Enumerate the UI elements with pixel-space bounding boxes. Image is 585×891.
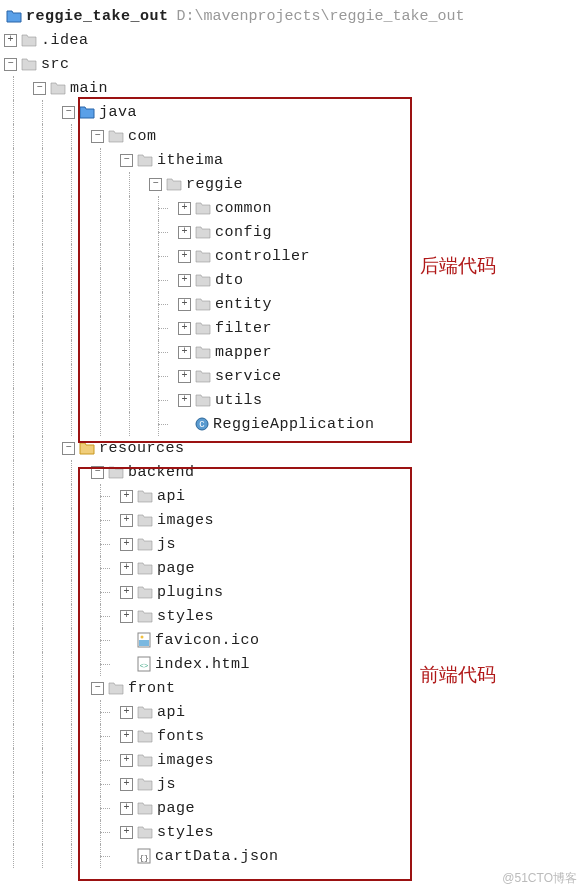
tree-row-utils[interactable]: + utils <box>4 388 585 412</box>
project-tree: reggie_take_out D:\mavenprojects\reggie_… <box>0 0 585 868</box>
expand-toggle[interactable]: + <box>120 610 133 623</box>
tree-row-js2[interactable]: + js <box>4 772 585 796</box>
tree-row-images[interactable]: + images <box>4 508 585 532</box>
collapse-toggle[interactable]: − <box>91 466 104 479</box>
tree-row-entity[interactable]: + entity <box>4 292 585 316</box>
collapse-toggle[interactable]: − <box>91 682 104 695</box>
folder-icon <box>195 321 211 335</box>
tree-row-src[interactable]: − src <box>4 52 585 76</box>
node-label: api <box>157 704 186 721</box>
expand-toggle[interactable]: + <box>178 346 191 359</box>
folder-icon <box>137 537 153 551</box>
expand-toggle[interactable]: + <box>120 514 133 527</box>
expand-toggle[interactable]: + <box>178 322 191 335</box>
node-label: reggie <box>186 176 243 193</box>
expand-toggle[interactable]: + <box>120 778 133 791</box>
node-label: dto <box>215 272 244 289</box>
tree-row-reggie[interactable]: − reggie <box>4 172 585 196</box>
collapse-toggle[interactable]: − <box>120 154 133 167</box>
collapse-toggle[interactable]: − <box>33 82 46 95</box>
expand-toggle[interactable]: + <box>120 826 133 839</box>
folder-icon <box>137 561 153 575</box>
tree-row-indexhtml[interactable]: index.html <box>4 652 585 676</box>
collapse-toggle[interactable]: − <box>4 58 17 71</box>
folder-icon <box>166 177 182 191</box>
expand-toggle[interactable]: + <box>120 586 133 599</box>
collapse-toggle[interactable]: − <box>149 178 162 191</box>
tree-row-java[interactable]: − java <box>4 100 585 124</box>
tree-row-root[interactable]: reggie_take_out D:\mavenprojects\reggie_… <box>4 4 585 28</box>
collapse-toggle[interactable]: − <box>62 106 75 119</box>
expand-toggle[interactable]: + <box>120 706 133 719</box>
tree-row-page[interactable]: + page <box>4 556 585 580</box>
expand-toggle[interactable]: + <box>120 730 133 743</box>
tree-row-fonts[interactable]: + fonts <box>4 724 585 748</box>
folder-icon <box>137 489 153 503</box>
expand-toggle[interactable]: + <box>178 226 191 239</box>
node-label: images <box>157 752 214 769</box>
expand-toggle[interactable]: + <box>178 370 191 383</box>
tree-row-com[interactable]: − com <box>4 124 585 148</box>
expand-toggle[interactable]: + <box>120 802 133 815</box>
tree-row-resources[interactable]: − resources <box>4 436 585 460</box>
node-label: front <box>128 680 176 697</box>
tree-row-front[interactable]: − front <box>4 676 585 700</box>
tree-row-api2[interactable]: + api <box>4 700 585 724</box>
collapse-toggle[interactable]: − <box>91 130 104 143</box>
tree-row-page2[interactable]: + page <box>4 796 585 820</box>
expand-toggle[interactable]: + <box>120 538 133 551</box>
node-label: src <box>41 56 70 73</box>
node-label: fonts <box>157 728 205 745</box>
tree-row-images2[interactable]: + images <box>4 748 585 772</box>
tree-row-dto[interactable]: + dto <box>4 268 585 292</box>
expand-toggle[interactable]: + <box>120 562 133 575</box>
expand-toggle[interactable]: + <box>4 34 17 47</box>
folder-icon <box>137 801 153 815</box>
tree-row-api[interactable]: + api <box>4 484 585 508</box>
folder-icon <box>137 609 153 623</box>
node-label: backend <box>128 464 195 481</box>
folder-icon <box>137 513 153 527</box>
tree-row-backend[interactable]: − backend <box>4 460 585 484</box>
expand-toggle[interactable]: + <box>178 394 191 407</box>
folder-icon <box>108 465 124 479</box>
node-label: config <box>215 224 272 241</box>
tree-row-mapper[interactable]: + mapper <box>4 340 585 364</box>
tree-row-idea[interactable]: + .idea <box>4 28 585 52</box>
expand-toggle[interactable]: + <box>120 490 133 503</box>
expand-toggle[interactable]: + <box>120 754 133 767</box>
expand-toggle[interactable]: + <box>178 274 191 287</box>
tree-row-controller[interactable]: + controller <box>4 244 585 268</box>
tree-row-js[interactable]: + js <box>4 532 585 556</box>
tree-row-main[interactable]: − main <box>4 76 585 100</box>
expand-toggle[interactable]: + <box>178 250 191 263</box>
tree-row-common[interactable]: + common <box>4 196 585 220</box>
tree-row-service[interactable]: + service <box>4 364 585 388</box>
tree-row-styles2[interactable]: + styles <box>4 820 585 844</box>
tree-row-config[interactable]: + config <box>4 220 585 244</box>
node-label: page <box>157 560 195 577</box>
node-label: styles <box>157 608 214 625</box>
tree-row-styles[interactable]: + styles <box>4 604 585 628</box>
tree-row-favicon[interactable]: favicon.ico <box>4 628 585 652</box>
tree-row-plugins[interactable]: + plugins <box>4 580 585 604</box>
tree-row-reggie-application[interactable]: ReggieApplication <box>4 412 585 436</box>
folder-icon <box>137 705 153 719</box>
node-label: java <box>99 104 137 121</box>
node-label: utils <box>215 392 263 409</box>
annotation-backend: 后端代码 <box>420 253 496 279</box>
folder-icon <box>195 297 211 311</box>
expand-toggle[interactable]: + <box>178 202 191 215</box>
folder-icon <box>137 585 153 599</box>
html-file-icon <box>137 656 151 672</box>
folder-icon <box>195 225 211 239</box>
node-label: main <box>70 80 108 97</box>
collapse-toggle[interactable]: − <box>62 442 75 455</box>
folder-icon <box>195 273 211 287</box>
tree-row-filter[interactable]: + filter <box>4 316 585 340</box>
folder-icon <box>79 105 95 119</box>
tree-row-itheima[interactable]: − itheima <box>4 148 585 172</box>
tree-row-cartdata[interactable]: cartData.json <box>4 844 585 868</box>
expand-toggle[interactable]: + <box>178 298 191 311</box>
class-icon <box>195 416 209 432</box>
